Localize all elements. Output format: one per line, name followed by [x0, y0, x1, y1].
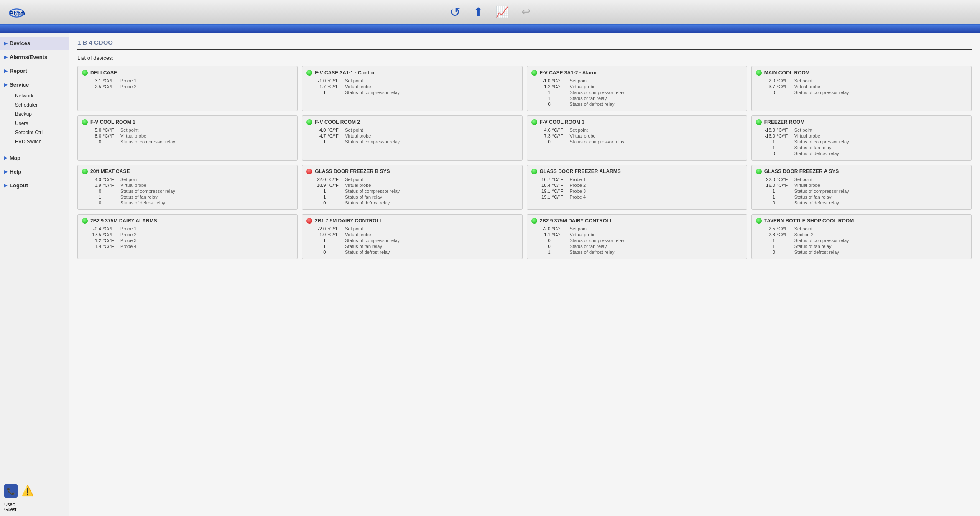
reading-label: Set point — [345, 78, 363, 83]
device-card-header: 2B2 9.375M DAIRY CONTROLL — [531, 218, 743, 224]
reading-value: 0 — [758, 90, 775, 95]
device-card-header: F-V CASE 3A1-1 - Control — [306, 70, 518, 76]
device-card[interactable]: F-V COOL ROOM 24.0°C/°FSet point4.7°C/°F… — [302, 115, 522, 161]
device-card[interactable]: F-V CASE 3A1-1 - Control-1.0°C/°FSet poi… — [302, 66, 522, 111]
reading-unit: °C/°F — [777, 183, 793, 188]
device-card[interactable]: 2B1 7.5M DAIRY CONTROLL-2.0°C/°FSet poin… — [302, 214, 522, 259]
reading-row: 1Status of fan relay — [533, 96, 743, 101]
reading-value: 2.0 — [758, 78, 775, 83]
reading-row: 4.6°C/°FSet point — [533, 128, 743, 133]
reading-value: 1 — [758, 194, 775, 199]
sidebar-footer: 📞 ⚠️ — [0, 480, 69, 502]
history-icon[interactable]: ↩ — [521, 5, 531, 18]
device-readings: -4.0°C/°FSet point-3.9°C/°FVirtual probe… — [82, 177, 293, 205]
sidebar-item-users[interactable]: Users — [12, 119, 69, 128]
reading-value: 0 — [533, 102, 551, 107]
reading-value: -2.0 — [308, 226, 326, 231]
sidebar-item-logout[interactable]: ▶ Logout — [0, 179, 69, 192]
reading-row: 5.0°C/°FSet point — [84, 128, 293, 133]
cursor-icon[interactable]: ⬆ — [473, 5, 483, 19]
reading-value: 4.0 — [308, 128, 326, 133]
device-readings: -0.4°C/°FProbe 117.5°C/°FProbe 21.2°C/°F… — [82, 226, 293, 249]
reading-label: Status of defrost relay — [570, 102, 615, 107]
reading-row: 0Status of defrost relay — [308, 250, 518, 255]
reading-unit: °C/°F — [327, 84, 343, 89]
device-card[interactable]: F-V COOL ROOM 34.6°C/°FSet point7.3°C/°F… — [527, 115, 747, 161]
sidebar-item-evd[interactable]: EVD Switch — [12, 137, 69, 146]
chart-icon[interactable]: 📈 — [495, 5, 509, 18]
reading-label: Set point — [570, 128, 588, 133]
device-card-header: TAVERN BOTTLE SHOP COOL ROOM — [756, 218, 967, 224]
reading-value: -18.9 — [308, 183, 326, 188]
reading-value: 1 — [533, 90, 551, 95]
reading-value: 1 — [758, 145, 775, 150]
device-readings: -2.0°C/°FSet point1.1°C/°FVirtual probe0… — [531, 226, 743, 255]
reading-row: 2.5°C/°FSet point — [758, 226, 967, 231]
device-card-header: 2B1 7.5M DAIRY CONTROLL — [306, 218, 518, 224]
reading-unit: °C/°F — [103, 128, 119, 133]
reading-value: 1 — [533, 96, 551, 101]
device-card[interactable]: GLASS DOOR FREEZER ALARMS-16.7°C/°FProbe… — [527, 165, 747, 210]
device-card[interactable]: F-V COOL ROOM 15.0°C/°FSet point8.0°C/°F… — [77, 115, 298, 161]
reading-label: Virtual probe — [345, 232, 371, 237]
sidebar-sub-service: Network Scheduler Backup Users Setpoint … — [0, 91, 69, 146]
refresh-icon[interactable]: ↺ — [449, 4, 461, 20]
device-card-header: GLASS DOOR FREEZER ALARMS — [531, 169, 743, 174]
reading-unit: °C/°F — [103, 177, 119, 182]
sidebar-section-devices: ▶ Devices — [0, 37, 69, 50]
device-card[interactable]: DELI CASE3.1°C/°FProbe 1-2.5°C/°FProbe 2 — [77, 66, 298, 111]
content: 1 B 4 CDOO List of devices: DELI CASE3.1… — [69, 33, 980, 516]
device-card[interactable]: GLASS DOOR FREEZER A SYS-22.0°C/°FSet po… — [751, 165, 972, 210]
reading-row: 19.1°C/°FProbe 4 — [533, 194, 743, 199]
arrow-icon: ▶ — [4, 82, 8, 87]
sidebar-item-backup[interactable]: Backup — [12, 110, 69, 119]
reading-value: 0 — [533, 139, 551, 144]
reading-value: 17.5 — [84, 232, 101, 237]
sidebar-item-setpoint[interactable]: Setpoint Ctrl — [12, 128, 69, 137]
reading-value: 1 — [533, 250, 551, 255]
reading-value: 7.3 — [533, 133, 551, 138]
device-card[interactable]: MAIN COOL ROOM2.0°C/°FSet point3.7°C/°FV… — [751, 66, 972, 111]
user-name: Guest — [4, 507, 64, 512]
status-dot — [531, 119, 537, 125]
sidebar-item-report[interactable]: ▶ Report — [0, 64, 69, 77]
reading-label: Set point — [794, 226, 812, 231]
list-label: List of devices: — [77, 55, 972, 61]
reading-unit: °C/°F — [777, 177, 793, 182]
device-card[interactable]: 20ft MEAT CASE-4.0°C/°FSet point-3.9°C/°… — [77, 165, 298, 210]
sidebar-label-logout: Logout — [10, 182, 28, 189]
reading-row: 1.4°C/°FProbe 4 — [84, 244, 293, 249]
reading-row: 1Status of fan relay — [84, 194, 293, 199]
device-card[interactable]: FREEZER ROOM-18.0°C/°FSet point-16.0°C/°… — [751, 115, 972, 161]
device-card[interactable]: TAVERN BOTTLE SHOP COOL ROOM2.5°C/°FSet … — [751, 214, 972, 259]
device-card[interactable]: 2B2 9.375M DAIRY CONTROLL-2.0°C/°FSet po… — [527, 214, 747, 259]
device-card-header: 20ft MEAT CASE — [82, 169, 293, 174]
sidebar-item-help[interactable]: ▶ Help — [0, 165, 69, 178]
reading-value: 0 — [308, 200, 326, 205]
reading-row: 0Status of defrost relay — [758, 151, 967, 156]
device-card[interactable]: F-V CASE 3A1-2 - Alarm-1.0°C/°FSet point… — [527, 66, 747, 111]
reading-row: 1Status of compressor relay — [308, 139, 518, 144]
device-readings: -16.7°C/°FProbe 1-18.4°C/°FProbe 219.1°C… — [531, 177, 743, 199]
sidebar-item-network[interactable]: Network — [12, 91, 69, 100]
device-card[interactable]: 2B2 9.375M DAIRY ALARMS-0.4°C/°FProbe 11… — [77, 214, 298, 259]
sidebar-item-service[interactable]: ▶ Service — [0, 78, 69, 91]
reading-row: -18.4°C/°FProbe 2 — [533, 183, 743, 188]
sidebar-item-map[interactable]: ▶ Map — [0, 151, 69, 164]
reading-label: Status of compressor relay — [345, 238, 400, 243]
device-card[interactable]: GLASS DOOR FREEZER B SYS-22.0°C/°FSet po… — [302, 165, 522, 210]
reading-label: Virtual probe — [794, 84, 820, 89]
sidebar-item-devices[interactable]: ▶ Devices — [0, 37, 69, 50]
reading-row: 1.2°C/°FProbe 3 — [84, 238, 293, 243]
device-readings: -1.0°C/°FSet point1.2°C/°FVirtual probe1… — [531, 78, 743, 107]
status-dot — [306, 119, 312, 125]
device-name: 2B2 9.375M DAIRY ALARMS — [90, 218, 157, 224]
reading-unit: °C/°F — [103, 238, 119, 243]
reading-row: 4.7°C/°FVirtual probe — [308, 133, 518, 138]
blue-bar — [0, 25, 980, 33]
sidebar-item-alarms[interactable]: ▶ Alarms/Events — [0, 51, 69, 64]
sidebar-item-scheduler[interactable]: Scheduler — [12, 100, 69, 110]
reading-value: -1.0 — [308, 78, 326, 83]
phone-icon: 📞 — [4, 484, 18, 498]
reading-value: 3.7 — [758, 84, 775, 89]
